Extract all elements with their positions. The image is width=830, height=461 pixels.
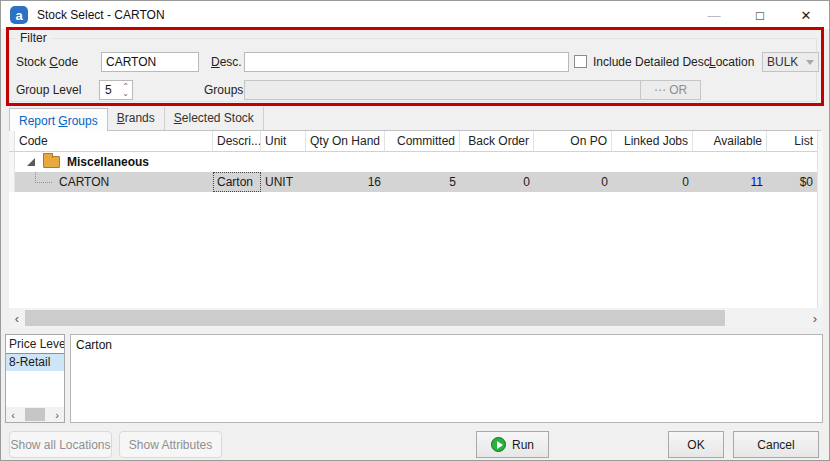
price-level-panel: Price Level 8-Retail ‹ › — [5, 334, 65, 423]
location-value: BULK — [767, 55, 798, 69]
scrollbar-thumb[interactable] — [25, 408, 45, 421]
close-icon[interactable]: ✕ — [783, 1, 829, 29]
tree-line — [15, 172, 59, 192]
col-header-unit[interactable]: Unit — [261, 131, 306, 152]
location-dropdown[interactable]: BULK — [762, 52, 819, 72]
grid-header-row: Code Descri... Unit Qty On Hand Committe… — [9, 131, 817, 152]
run-play-icon — [491, 437, 506, 452]
group-row-label: Miscellaneous — [67, 155, 149, 169]
desc-input[interactable] — [244, 52, 569, 72]
description-panel[interactable]: Carton — [70, 334, 823, 423]
col-header-back-order[interactable]: Back Order — [460, 131, 534, 152]
filter-legend: Filter — [16, 31, 51, 45]
maximize-icon[interactable]: □ — [737, 1, 783, 29]
scrollbar-thumb[interactable] — [25, 310, 725, 326]
price-level-scrollbar[interactable]: ‹ › — [6, 407, 64, 422]
cell-committed[interactable]: 5 — [385, 172, 460, 192]
price-level-header[interactable]: Price Level — [6, 335, 64, 354]
app-icon: a — [10, 6, 28, 24]
scroll-right-icon[interactable]: › — [807, 311, 823, 326]
group-row-miscellaneous[interactable]: Miscellaneous — [9, 152, 817, 172]
group-level-value: 5 — [100, 81, 119, 99]
location-label: Location — [709, 55, 754, 69]
col-header-list[interactable]: List — [767, 131, 817, 152]
window-title: Stock Select - CARTON — [37, 8, 165, 22]
show-attributes-button[interactable]: Show Attributes — [119, 431, 222, 458]
cell-qty-on-hand[interactable]: 16 — [306, 172, 385, 192]
cell-description[interactable]: Carton — [213, 172, 261, 192]
scroll-right-icon[interactable]: › — [50, 409, 64, 421]
tab-brands[interactable]: Brands — [108, 107, 165, 130]
cell-code[interactable]: CARTON — [15, 172, 213, 192]
stock-code-label: Stock Code — [16, 55, 78, 69]
group-level-stepper[interactable]: 5 ⌃⌄ — [99, 80, 133, 100]
groups-input: ⋯ OR — [244, 80, 701, 100]
scroll-left-icon[interactable]: ‹ — [9, 311, 25, 326]
run-button[interactable]: Run — [476, 431, 549, 458]
tab-strip: Report Groups Brands Selected Stock — [9, 108, 821, 131]
group-level-label: Group Level — [16, 83, 81, 97]
scroll-left-icon[interactable]: ‹ — [6, 409, 20, 421]
stock-select-dialog: a Stock Select - CARTON — □ ✕ Filter Sto… — [0, 0, 830, 461]
stock-grid: Code Descri... Unit Qty On Hand Committe… — [9, 131, 823, 328]
table-row-carton[interactable]: CARTON Carton UNIT 16 5 0 0 0 11 $0 — [9, 172, 817, 192]
col-header-committed[interactable]: Committed — [385, 131, 460, 152]
tab-report-groups[interactable]: Report Groups — [9, 108, 108, 131]
title-bar: a Stock Select - CARTON — □ ✕ — [1, 1, 829, 29]
folder-icon — [43, 156, 60, 168]
groups-or-button[interactable]: ⋯ OR — [640, 81, 700, 99]
vertical-scrollbar[interactable] — [817, 131, 823, 308]
cell-list[interactable]: $0 — [767, 172, 817, 192]
row-indicator — [9, 152, 15, 172]
horizontal-scrollbar[interactable]: ‹ › — [9, 308, 823, 328]
cell-linked-jobs[interactable]: 0 — [612, 172, 693, 192]
stock-code-input[interactable] — [101, 52, 199, 72]
window-controls: — □ ✕ — [691, 1, 829, 29]
col-header-qty-on-hand[interactable]: Qty On Hand — [306, 131, 385, 152]
chevron-down-icon — [806, 60, 814, 65]
include-detailed-desc-label: Include Detailed Desc — [593, 55, 710, 69]
cell-back-order[interactable]: 0 — [460, 172, 534, 192]
col-header-code[interactable]: Code — [15, 131, 213, 152]
cell-unit[interactable]: UNIT — [261, 172, 306, 192]
show-all-locations-button[interactable]: Show all Locations — [9, 431, 112, 458]
desc-label: Desc. — [211, 55, 242, 69]
cancel-button[interactable]: Cancel — [733, 431, 819, 458]
col-header-on-po[interactable]: On PO — [534, 131, 612, 152]
col-header-linked-jobs[interactable]: Linked Jobs — [612, 131, 693, 152]
col-header-description[interactable]: Descri... — [213, 131, 261, 152]
ok-button[interactable]: OK — [668, 431, 724, 458]
cell-on-po[interactable]: 0 — [534, 172, 612, 192]
minimize-icon[interactable]: — — [691, 1, 737, 29]
col-header-available[interactable]: Available — [693, 131, 767, 152]
tab-selected-stock[interactable]: Selected Stock — [165, 107, 264, 130]
cell-available[interactable]: 11 — [693, 172, 767, 192]
groups-label: Groups — [204, 83, 243, 97]
stepper-arrows-icon[interactable]: ⌃⌄ — [119, 81, 132, 99]
price-level-row-selected[interactable]: 8-Retail — [6, 354, 64, 371]
include-detailed-desc-checkbox[interactable] — [574, 55, 587, 68]
expand-collapse-icon[interactable] — [27, 158, 35, 166]
